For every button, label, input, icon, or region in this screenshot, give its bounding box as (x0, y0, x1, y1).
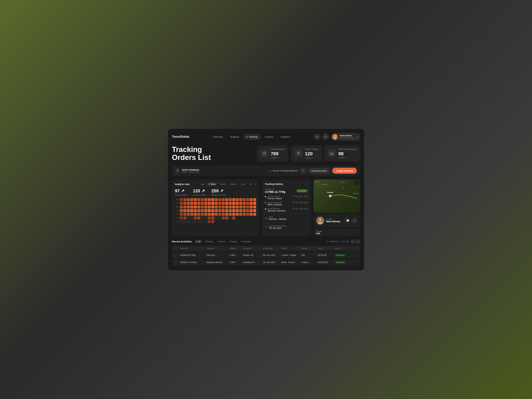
download-report-button[interactable]: Download report (308, 168, 330, 174)
filter-active-dot (196, 241, 197, 242)
heatmap-cell (246, 205, 249, 209)
period-tab-day[interactable]: Day (199, 182, 206, 186)
stat-total-info: Total Shipments 789 +5,45% ↗ (271, 148, 285, 159)
heatmap-cell (225, 216, 228, 219)
heatmap-cell (218, 216, 221, 219)
user-profile-pill[interactable]: Anna Green Account Executive ▾ (331, 133, 360, 141)
period-tab-week[interactable]: Week (207, 182, 217, 186)
filter-tab-delivered[interactable]: Delivered (203, 240, 215, 243)
heatmap-cell (232, 202, 235, 205)
heatmap-cell (225, 205, 228, 209)
heatmap-cell (183, 205, 186, 209)
nav-item-analytics[interactable]: Analytics (278, 134, 293, 140)
avatar (332, 134, 338, 140)
activity-filter-tabs: All Delivered In transit Pending Process… (195, 240, 253, 243)
heatmap-cell (239, 198, 242, 201)
filter-tab-all[interactable]: All (195, 240, 202, 243)
col-price[interactable]: Price⇅ (318, 247, 335, 249)
col-route[interactable]: Route⇅ (281, 247, 301, 249)
actions-right: ⚠ You got 5 pending shipments Download r… (269, 168, 357, 174)
create-shipment-button[interactable]: Create shipment (332, 168, 357, 174)
period-tab-all[interactable]: All (248, 182, 253, 186)
period-tab-year[interactable]: Year (239, 182, 247, 186)
heatmap-cell (215, 213, 218, 216)
heatmap-cell (246, 198, 249, 201)
heatmap-cell (180, 209, 183, 212)
filter-tab-in-transit[interactable]: In transit (216, 240, 227, 243)
heatmap-cell (208, 202, 211, 205)
search-button[interactable] (314, 133, 320, 140)
nav-item-invoices[interactable]: Invoices (262, 134, 277, 140)
heatmap-cell (222, 202, 225, 205)
waypoint-dot-current (265, 196, 266, 197)
col-company[interactable]: Company⇅ (243, 247, 263, 249)
period-tab-month[interactable]: Month (218, 182, 227, 186)
right-side-col: Obarnki Murowana Gniezno Poznaŕ Wrzesnia… (314, 179, 360, 236)
heatmap-cell (180, 198, 183, 201)
waypoint-current: Current Location Poznan, Poland 7th July… (265, 196, 308, 200)
svg-point-3 (334, 135, 336, 137)
row1-category: Electronic (207, 254, 230, 256)
row2-more-button[interactable]: ⋮ (351, 261, 356, 264)
expand-icon[interactable]: ↗ (254, 183, 256, 185)
nav-item-shipping[interactable]: Shipping (227, 134, 242, 140)
col-shipper[interactable]: Shipper⇅ (301, 247, 318, 249)
filter-button[interactable] (300, 168, 306, 174)
main-grid: Analytic view Day Week Month Quarter Yea… (172, 179, 360, 236)
heatmap-cell (204, 198, 207, 201)
main-nav: Overview Shipping Tracking Invoices Anal… (210, 134, 293, 140)
col-arrival[interactable]: Arrival time⇅ (263, 247, 281, 249)
heatmap-cell (246, 213, 249, 216)
map-label-murowana: Murowana (321, 184, 327, 185)
col-checkbox (174, 247, 180, 249)
map-label-gniezno: Gniezno (340, 181, 345, 183)
row1-checkbox[interactable] (174, 254, 180, 257)
row2-order-id: #10568-12-873fwg (180, 261, 207, 264)
heatmap-cell (180, 205, 183, 209)
period-tab-quarter[interactable]: Quarter (228, 182, 238, 186)
heatmap-cell (246, 209, 249, 212)
heatmap-cell (253, 202, 256, 205)
customize-label: Customize (329, 241, 338, 243)
heatmap-cell (246, 202, 249, 205)
pagination-next-button[interactable]: › (356, 239, 360, 244)
more-options-button[interactable]: ··· (304, 182, 308, 186)
heatmap-cell (201, 205, 204, 209)
row2-checkbox[interactable] (174, 261, 180, 264)
nav-item-overview[interactable]: Overview (210, 134, 226, 140)
heatmap-cell (211, 216, 214, 219)
activities-header: Recent Activities All Delivered In trans… (172, 239, 360, 244)
filter-tab-pending[interactable]: Pending (228, 240, 238, 243)
expand-map-button[interactable]: ⤢ (355, 181, 359, 185)
col-category[interactable]: Category⇅ (207, 247, 230, 249)
nav-item-tracking[interactable]: Tracking (243, 134, 261, 140)
analytic-title: Analytic view (175, 183, 190, 185)
heatmap-row-sat: Sat (175, 216, 256, 219)
message-courier-button[interactable]: 💬 (345, 218, 350, 223)
analytic-card: Analytic view Day Week Month Quarter Yea… (172, 179, 259, 236)
pagination-prev-button[interactable]: ‹ (351, 239, 355, 244)
heatmap-cell (211, 220, 214, 223)
nav-active-dot (246, 136, 248, 138)
heatmap-cell (187, 202, 190, 205)
col-order-id[interactable]: Order ID⇅ (180, 247, 207, 249)
heatmap-cell (239, 205, 242, 209)
shipper-label: Shipper (316, 230, 323, 232)
heatmap-cell (183, 216, 186, 219)
notifications-button[interactable] (322, 133, 329, 140)
col-weight[interactable]: Weight⇅ (230, 247, 243, 249)
heatmap-row-thu: Thu (175, 209, 256, 212)
waypoint-departure: Departure Waypoint Berlin, Germany 4th J… (265, 202, 308, 206)
heatmap-cell (201, 202, 204, 205)
row1-more-button[interactable]: ⋮ (351, 254, 356, 257)
stats-row: Total Shipments 789 +5,45% ↗ Active Trac… (257, 146, 360, 162)
row2-route: Berlin - Poznan (281, 261, 301, 264)
sort-price-icon: ⇅ (323, 247, 324, 249)
col-status[interactable]: Status⇅ (335, 247, 351, 249)
heatmap-cell (243, 209, 246, 212)
call-courier-button[interactable]: 📞 (352, 218, 357, 223)
heatmap-cell (236, 202, 239, 205)
svg-point-24 (319, 218, 322, 221)
heatmap-cell (194, 220, 197, 223)
filter-tab-processing[interactable]: Processing (239, 240, 253, 243)
